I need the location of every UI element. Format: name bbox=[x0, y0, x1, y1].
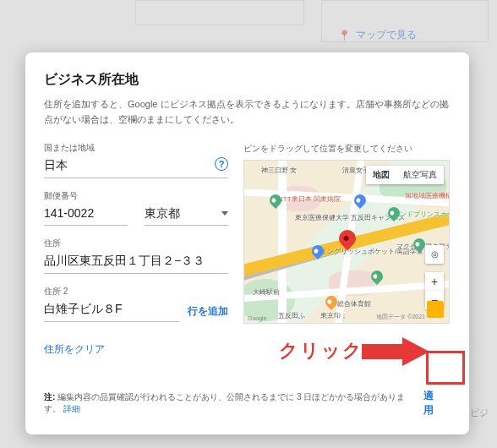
clear-address-link[interactable]: 住所をクリア bbox=[44, 342, 105, 357]
map-label: 五反田ふ bbox=[278, 311, 305, 320]
postal-label: 郵便番号 bbox=[44, 190, 228, 202]
address-value: 品川区東五反田１丁目２−３３ bbox=[44, 253, 228, 270]
map-instruction: ピンをドラッグして位置を変更してください bbox=[243, 142, 451, 155]
address2-label: 住所 2 bbox=[44, 286, 228, 298]
business-location-dialog: ビジネス所在地 住所を追加すると、Google にビジネス拠点を表示できるように… bbox=[25, 52, 469, 434]
map-data-copyright: 地図データ ©2021 bbox=[376, 313, 425, 321]
map-locate-button[interactable]: ◎ bbox=[425, 245, 444, 264]
country-field[interactable]: 日本 ? bbox=[44, 156, 228, 178]
address-label: 住所 bbox=[44, 238, 228, 249]
map-copyright: Google bbox=[248, 315, 267, 321]
address2-field[interactable]: 白雉子ビル８F bbox=[44, 299, 179, 322]
address2-value: 白雉子ビル８F bbox=[44, 301, 179, 318]
apply-button[interactable]: 適用 bbox=[415, 384, 451, 423]
prefecture-value: 東京都 bbox=[145, 205, 180, 222]
footer-details-link[interactable]: 詳細 bbox=[63, 404, 80, 413]
map-canvas[interactable]: 神三日野 女 清泉女子大学 NTT東日本 関東病院 東京医療保健大学 五反田キャ… bbox=[243, 160, 450, 324]
dialog-footer: 注: 編集内容の品質確認が行われることがあり、公開されるまでに 3 日ほどかかる… bbox=[44, 375, 451, 423]
postal-field[interactable]: 141-0022 bbox=[44, 204, 128, 227]
add-address-line-button[interactable]: 行を追加 bbox=[188, 304, 228, 322]
map-type-satellite-button[interactable]: 航空写真 bbox=[396, 166, 444, 184]
postal-value: 141-0022 bbox=[44, 205, 128, 222]
country-value: 日本 bbox=[44, 157, 228, 174]
map-label: 総合体育館 bbox=[337, 299, 371, 309]
footer-note: 注: 編集内容の品質確認が行われることがあり、公開されるまでに 3 日ほどかかる… bbox=[44, 391, 415, 415]
map-label: 大崎駅前 bbox=[253, 287, 280, 297]
map-type-toggle: 地図 航空写真 bbox=[366, 166, 444, 184]
dialog-description: 住所を追加すると、Google にビジネス拠点を表示できるようになります。店舗や… bbox=[44, 97, 451, 127]
map-pin-icon: 📍 bbox=[338, 30, 351, 41]
map-label: 旭地域医療機構 東京 bbox=[405, 191, 450, 200]
map-type-map-button[interactable]: 地図 bbox=[366, 166, 396, 184]
address-field[interactable]: 品川区東五反田１丁目２−３３ bbox=[44, 251, 228, 274]
country-label: 国または地域 bbox=[44, 142, 228, 154]
map-road bbox=[278, 160, 287, 324]
view-on-map-text: マップで見る bbox=[356, 28, 417, 42]
footer-note-prefix: 注: bbox=[44, 392, 55, 402]
address-form: 国または地域 日本 ? 郵便番号 141-0022 東京都 住所 品 bbox=[44, 142, 228, 356]
prefecture-field[interactable]: 東京都 bbox=[145, 204, 228, 227]
map-zoom-in-button[interactable]: + bbox=[425, 272, 444, 292]
street-view-icon[interactable] bbox=[427, 301, 444, 318]
map-label: 神三日野 女 bbox=[261, 166, 297, 175]
dialog-title: ビジネス所在地 bbox=[44, 71, 451, 89]
chevron-down-icon bbox=[221, 211, 228, 216]
map-column: ピンをドラッグして位置を変更してください 神三日野 女 清泉女子大学 NTT東日… bbox=[243, 142, 451, 356]
map-label: 東京印； bbox=[320, 311, 347, 320]
bg-card bbox=[135, 0, 304, 25]
map-label: NTT東日本 関東病院 bbox=[278, 194, 341, 204]
footer-note-text: 編集内容の品質確認が行われることがあり、公開されるまでに 3 日ほどかかる場合が… bbox=[44, 392, 405, 413]
view-on-map-link[interactable]: 📍 マップで見る bbox=[338, 28, 417, 42]
